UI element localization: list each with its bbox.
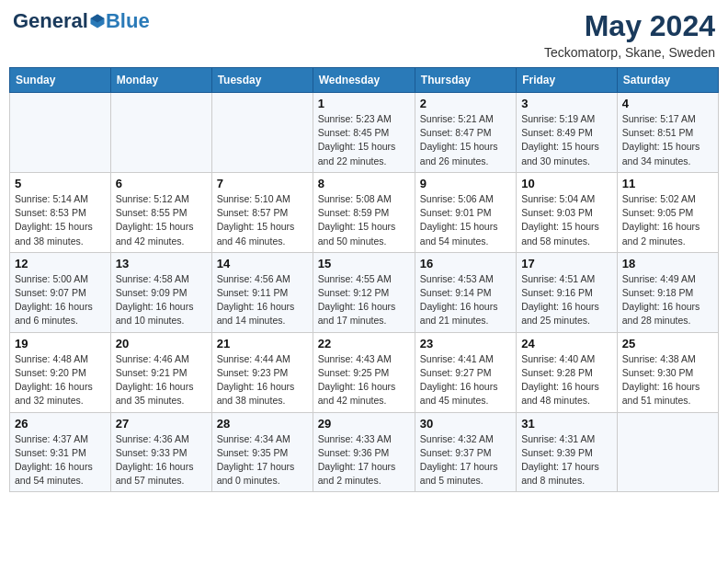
calendar-day-cell: 28Sunrise: 4:34 AMSunset: 9:35 PMDayligh… — [211, 412, 313, 492]
logo-general: General — [13, 9, 88, 33]
calendar-day-cell: 13Sunrise: 4:58 AMSunset: 9:09 PMDayligh… — [110, 252, 211, 332]
day-info: Sunrise: 4:31 AMSunset: 9:39 PMDaylight:… — [521, 432, 612, 488]
day-number: 13 — [116, 257, 207, 270]
calendar-day-cell: 19Sunrise: 4:48 AMSunset: 9:20 PMDayligh… — [10, 332, 111, 412]
logo-blue: Blue — [106, 9, 150, 33]
calendar-week-row: 1Sunrise: 5:23 AMSunset: 8:45 PMDaylight… — [10, 93, 719, 173]
calendar-day-header: Wednesday — [313, 68, 415, 93]
day-number: 21 — [217, 337, 308, 350]
calendar-day-cell: 10Sunrise: 5:04 AMSunset: 9:03 PMDayligh… — [517, 172, 618, 252]
day-info: Sunrise: 4:38 AMSunset: 9:30 PMDaylight:… — [622, 352, 713, 408]
day-number: 8 — [318, 177, 410, 190]
calendar-day-cell — [211, 93, 313, 173]
calendar-day-cell — [617, 412, 718, 492]
calendar-day-cell: 27Sunrise: 4:36 AMSunset: 9:33 PMDayligh… — [110, 412, 211, 492]
day-info: Sunrise: 4:37 AMSunset: 9:31 PMDaylight:… — [15, 432, 106, 488]
day-number: 10 — [521, 177, 612, 190]
calendar-day-cell: 4Sunrise: 5:17 AMSunset: 8:51 PMDaylight… — [617, 93, 718, 173]
day-info: Sunrise: 5:06 AMSunset: 9:01 PMDaylight:… — [420, 192, 511, 248]
day-info: Sunrise: 5:04 AMSunset: 9:03 PMDaylight:… — [521, 192, 612, 248]
calendar-day-cell — [110, 93, 211, 173]
calendar-day-cell: 22Sunrise: 4:43 AMSunset: 9:25 PMDayligh… — [313, 332, 415, 412]
day-info: Sunrise: 4:58 AMSunset: 9:09 PMDaylight:… — [116, 272, 207, 328]
day-number: 22 — [318, 337, 410, 350]
day-info: Sunrise: 5:17 AMSunset: 8:51 PMDaylight:… — [622, 112, 713, 168]
calendar-day-cell: 11Sunrise: 5:02 AMSunset: 9:05 PMDayligh… — [617, 172, 718, 252]
day-number: 3 — [521, 97, 612, 110]
day-info: Sunrise: 5:23 AMSunset: 8:45 PMDaylight:… — [318, 112, 410, 168]
day-info: Sunrise: 4:34 AMSunset: 9:35 PMDaylight:… — [217, 432, 308, 488]
calendar-table: SundayMondayTuesdayWednesdayThursdayFrid… — [9, 67, 719, 492]
day-number: 7 — [217, 177, 308, 190]
day-info: Sunrise: 5:21 AMSunset: 8:47 PMDaylight:… — [420, 112, 511, 168]
calendar-day-header: Saturday — [617, 68, 718, 93]
day-info: Sunrise: 5:14 AMSunset: 8:53 PMDaylight:… — [15, 192, 106, 248]
day-number: 16 — [420, 257, 511, 270]
calendar-day-cell: 12Sunrise: 5:00 AMSunset: 9:07 PMDayligh… — [10, 252, 111, 332]
calendar-day-cell: 8Sunrise: 5:08 AMSunset: 8:59 PMDaylight… — [313, 172, 415, 252]
day-number: 27 — [116, 417, 207, 431]
calendar-day-cell: 15Sunrise: 4:55 AMSunset: 9:12 PMDayligh… — [313, 252, 415, 332]
day-info: Sunrise: 4:46 AMSunset: 9:21 PMDaylight:… — [116, 352, 207, 408]
day-info: Sunrise: 4:40 AMSunset: 9:28 PMDaylight:… — [521, 352, 612, 408]
calendar-day-cell: 17Sunrise: 4:51 AMSunset: 9:16 PMDayligh… — [517, 252, 618, 332]
day-number: 24 — [521, 337, 612, 350]
day-number: 6 — [116, 177, 207, 190]
calendar-day-header: Friday — [517, 68, 618, 93]
calendar-day-cell: 23Sunrise: 4:41 AMSunset: 9:27 PMDayligh… — [415, 332, 516, 412]
calendar-day-header: Sunday — [10, 68, 111, 93]
day-number: 11 — [622, 177, 713, 190]
day-number: 20 — [116, 337, 207, 350]
calendar-day-header: Thursday — [415, 68, 516, 93]
calendar-day-cell: 24Sunrise: 4:40 AMSunset: 9:28 PMDayligh… — [517, 332, 618, 412]
calendar-day-cell: 31Sunrise: 4:31 AMSunset: 9:39 PMDayligh… — [517, 412, 618, 492]
calendar-day-cell: 9Sunrise: 5:06 AMSunset: 9:01 PMDaylight… — [415, 172, 516, 252]
calendar-day-cell: 1Sunrise: 5:23 AMSunset: 8:45 PMDaylight… — [313, 93, 415, 173]
day-info: Sunrise: 5:10 AMSunset: 8:57 PMDaylight:… — [217, 192, 308, 248]
calendar-week-row: 12Sunrise: 5:00 AMSunset: 9:07 PMDayligh… — [10, 252, 719, 332]
month-title: May 2024 — [544, 9, 715, 43]
day-number: 31 — [521, 417, 612, 431]
day-info: Sunrise: 4:51 AMSunset: 9:16 PMDaylight:… — [521, 272, 612, 328]
calendar-day-cell: 18Sunrise: 4:49 AMSunset: 9:18 PMDayligh… — [617, 252, 718, 332]
calendar-day-header: Monday — [110, 68, 211, 93]
logo: General Blue — [13, 9, 150, 33]
page-header: General Blue May 2024 Teckomatorp, Skane… — [9, 9, 719, 60]
day-info: Sunrise: 4:44 AMSunset: 9:23 PMDaylight:… — [217, 352, 308, 408]
calendar-day-cell: 20Sunrise: 4:46 AMSunset: 9:21 PMDayligh… — [110, 332, 211, 412]
calendar-day-cell: 3Sunrise: 5:19 AMSunset: 8:49 PMDaylight… — [517, 93, 618, 173]
day-number: 2 — [420, 97, 511, 110]
day-number: 29 — [318, 417, 410, 431]
calendar-day-cell: 29Sunrise: 4:33 AMSunset: 9:36 PMDayligh… — [313, 412, 415, 492]
calendar-day-cell: 25Sunrise: 4:38 AMSunset: 9:30 PMDayligh… — [617, 332, 718, 412]
day-info: Sunrise: 4:53 AMSunset: 9:14 PMDaylight:… — [420, 272, 511, 328]
calendar-day-cell: 30Sunrise: 4:32 AMSunset: 9:37 PMDayligh… — [415, 412, 516, 492]
day-info: Sunrise: 4:36 AMSunset: 9:33 PMDaylight:… — [116, 432, 207, 488]
day-number: 5 — [15, 177, 106, 190]
calendar-day-cell: 6Sunrise: 5:12 AMSunset: 8:55 PMDaylight… — [110, 172, 211, 252]
calendar-header-row: SundayMondayTuesdayWednesdayThursdayFrid… — [10, 68, 719, 93]
calendar-day-cell: 14Sunrise: 4:56 AMSunset: 9:11 PMDayligh… — [211, 252, 313, 332]
day-number: 23 — [420, 337, 511, 350]
calendar-day-cell: 21Sunrise: 4:44 AMSunset: 9:23 PMDayligh… — [211, 332, 313, 412]
day-number: 4 — [622, 97, 713, 110]
calendar-day-cell: 5Sunrise: 5:14 AMSunset: 8:53 PMDaylight… — [10, 172, 111, 252]
title-section: May 2024 Teckomatorp, Skane, Sweden — [544, 9, 715, 60]
day-info: Sunrise: 4:55 AMSunset: 9:12 PMDaylight:… — [318, 272, 410, 328]
day-info: Sunrise: 5:08 AMSunset: 8:59 PMDaylight:… — [318, 192, 410, 248]
calendar-day-cell: 2Sunrise: 5:21 AMSunset: 8:47 PMDaylight… — [415, 93, 516, 173]
calendar-day-cell — [10, 93, 111, 173]
day-info: Sunrise: 5:12 AMSunset: 8:55 PMDaylight:… — [116, 192, 207, 248]
calendar-day-header: Tuesday — [211, 68, 313, 93]
logo-icon — [89, 13, 106, 29]
day-number: 26 — [15, 417, 106, 431]
day-info: Sunrise: 4:32 AMSunset: 9:37 PMDaylight:… — [420, 432, 511, 488]
day-number: 30 — [420, 417, 511, 431]
day-number: 17 — [521, 257, 612, 270]
calendar-day-cell: 26Sunrise: 4:37 AMSunset: 9:31 PMDayligh… — [10, 412, 111, 492]
day-info: Sunrise: 4:48 AMSunset: 9:20 PMDaylight:… — [15, 352, 106, 408]
day-number: 18 — [622, 257, 713, 270]
day-number: 12 — [15, 257, 106, 270]
day-info: Sunrise: 4:56 AMSunset: 9:11 PMDaylight:… — [217, 272, 308, 328]
day-info: Sunrise: 4:43 AMSunset: 9:25 PMDaylight:… — [318, 352, 410, 408]
